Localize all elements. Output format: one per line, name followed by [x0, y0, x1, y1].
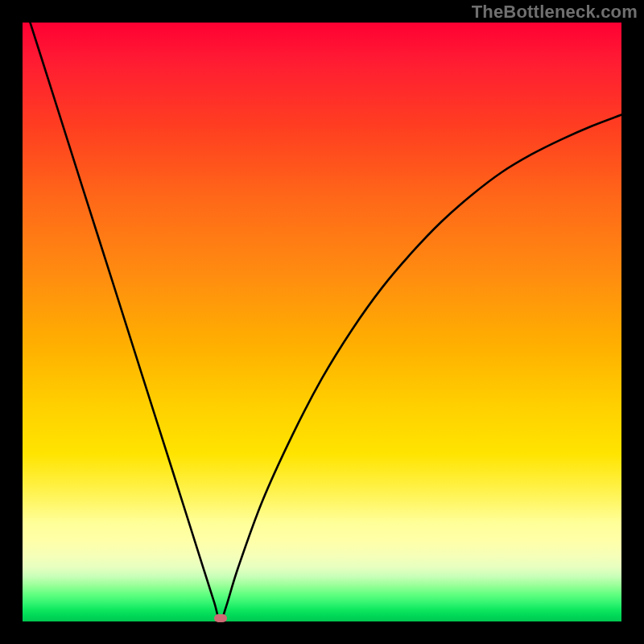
chart-frame [23, 23, 621, 621]
bottleneck-curve [23, 23, 621, 621]
watermark-text: TheBottleneck.com [472, 2, 638, 23]
optimum-marker [214, 614, 227, 622]
